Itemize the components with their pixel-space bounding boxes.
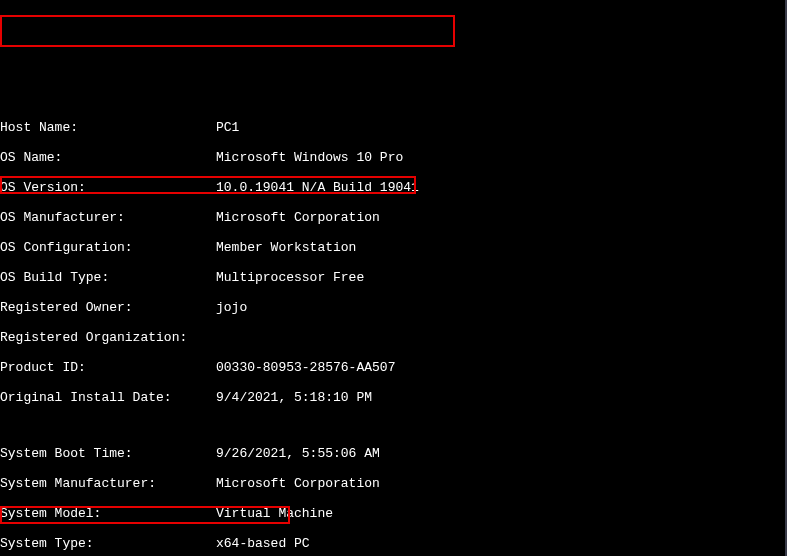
row-os-manufacturer: OS Manufacturer:Microsoft Corporation [0, 210, 787, 225]
value: 10.0.19041 N/A Build 19041 [216, 180, 419, 195]
value: PC1 [216, 120, 239, 135]
row-host-name: Host Name:PC1 [0, 120, 787, 135]
row-os-name: OS Name:Microsoft Windows 10 Pro [0, 150, 787, 165]
value: Virtual Machine [216, 506, 333, 521]
label: Registered Owner: [0, 300, 216, 315]
value: x64-based PC [216, 536, 310, 551]
row-system-boot-time: System Boot Time:9/26/2021, 5:55:06 AM [0, 446, 787, 461]
row-original-install-date: Original Install Date:9/4/2021, 5:18:10 … [0, 390, 787, 405]
label: OS Name: [0, 150, 216, 165]
row-registered-owner: Registered Owner:jojo [0, 300, 787, 315]
label: OS Build Type: [0, 270, 216, 285]
row-system-manufacturer: System Manufacturer:Microsoft Corporatio… [0, 476, 787, 491]
row-system-type: System Type:x64-based PC [0, 536, 787, 551]
label: OS Version: [0, 180, 216, 195]
value: 00330-80953-28576-AA507 [216, 360, 395, 375]
value: Microsoft Corporation [216, 210, 380, 225]
label: System Manufacturer: [0, 476, 216, 491]
label: Host Name: [0, 120, 216, 135]
row-system-model: System Model:Virtual Machine [0, 506, 787, 521]
value: jojo [216, 300, 247, 315]
label: System Boot Time: [0, 446, 216, 461]
value: Member Workstation [216, 240, 356, 255]
value: Microsoft Corporation [216, 476, 380, 491]
value: Multiprocessor Free [216, 270, 364, 285]
label: OS Configuration: [0, 240, 216, 255]
row-os-build-type: OS Build Type:Multiprocessor Free [0, 270, 787, 285]
label: System Type: [0, 536, 216, 551]
value: 9/4/2021, 5:18:10 PM [216, 390, 372, 405]
row-registered-organization: Registered Organization: [0, 330, 787, 345]
label: System Model: [0, 506, 216, 521]
highlight-os [0, 15, 455, 47]
label: Original Install Date: [0, 390, 216, 405]
row-os-version: OS Version:10.0.19041 N/A Build 19041 [0, 180, 787, 195]
value: Microsoft Windows 10 Pro [216, 150, 403, 165]
row-product-id: Product ID:00330-80953-28576-AA507 [0, 360, 787, 375]
label: Product ID: [0, 360, 216, 375]
label: OS Manufacturer: [0, 210, 216, 225]
value: 9/26/2021, 5:55:06 AM [216, 446, 380, 461]
row-os-configuration: OS Configuration:Member Workstation [0, 240, 787, 255]
label: Registered Organization: [0, 330, 216, 345]
